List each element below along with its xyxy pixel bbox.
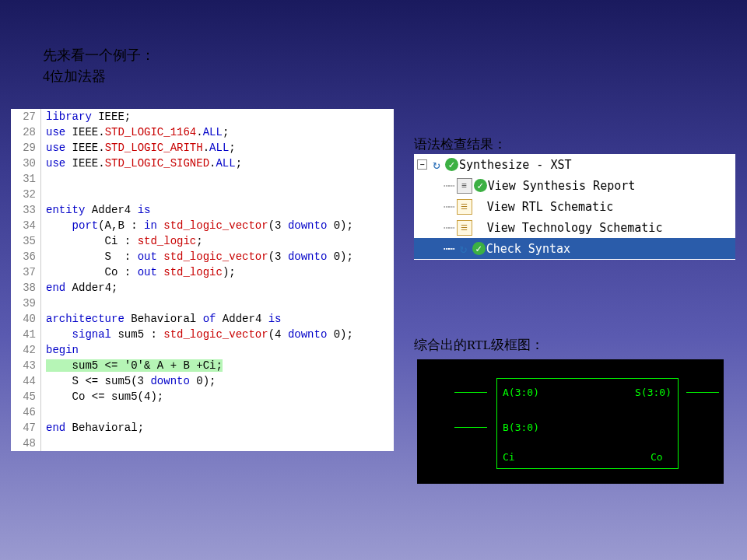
code-content: entity Adder4 is [41,202,150,218]
collapse-icon[interactable]: − [417,159,427,170]
tree-label: Check Syntax [486,242,570,256]
code-content [41,171,46,187]
line-number: 35 [11,233,41,249]
code-content: architecture Behavioral of Adder4 is [41,311,282,327]
check-icon [474,179,487,192]
process-tree[interactable]: − Synthesize - XST ⋯⋯ View Synthesis Rep… [414,154,735,260]
line-number: 33 [11,202,41,218]
line-number: 28 [11,124,41,140]
refresh-icon [430,158,444,172]
line-number: 48 [11,436,41,451]
code-content: library IEEE; [41,109,131,124]
port-co: Co [651,451,663,463]
code-line: 40architecture Behavioral of Adder4 is [11,311,394,327]
tree-item-synthesize[interactable]: − Synthesize - XST [414,154,735,175]
line-number: 39 [11,296,41,311]
code-content: use IEEE.STD_LOGIC_SIGNED.ALL; [41,156,242,171]
code-content: port(A,B : in std_logic_vector(3 downto … [41,218,353,233]
tree-label: Synthesize - XST [459,158,572,172]
rtl-schematic: A(3:0) S(3:0) B(3:0) Ci Co [417,359,724,484]
code-content [41,436,46,451]
wire [454,427,487,428]
line-number: 32 [11,187,41,202]
line-number: 27 [11,109,41,124]
code-line: 47end Behavioral; [11,420,394,436]
line-number: 30 [11,156,41,171]
code-line: 34 port(A,B : in std_logic_vector(3 down… [11,218,394,233]
heading-line1: 先来看一个例子： [43,47,155,63]
line-number: 31 [11,171,41,187]
code-content: signal sum5 : std_logic_vector(4 downto … [41,327,353,342]
line-number: 44 [11,373,41,389]
code-line: 41 signal sum5 : std_logic_vector(4 down… [11,327,394,342]
line-number: 37 [11,264,41,280]
line-number: 46 [11,404,41,420]
code-line: 28use IEEE.STD_LOGIC_1164.ALL; [11,124,394,140]
code-line: 39 [11,296,394,311]
code-line: 33entity Adder4 is [11,202,394,218]
tree-item-synthesis-report[interactable]: ⋯⋯ View Synthesis Report [414,175,735,196]
tree-item-check-syntax[interactable]: ⋯⋯ Check Syntax [414,238,735,259]
line-number: 41 [11,327,41,342]
code-line: 48 [11,436,394,451]
code-content: Co <= sum5(4); [41,389,163,404]
code-content: Ci : std_logic; [41,233,203,249]
line-number: 34 [11,218,41,233]
line-number: 45 [11,389,41,404]
code-content: begin [41,342,79,358]
check-icon [472,242,486,255]
code-content: S <= sum5(3 downto 0); [41,373,216,389]
code-line: 43 sum5 <= '0'& A + B +Ci; [11,358,394,373]
syntax-check-label: 语法检查结果： [414,135,507,153]
line-number: 47 [11,420,41,436]
code-line: 36 S : out std_logic_vector(3 downto 0); [11,249,394,264]
code-content: sum5 <= '0'& A + B +Ci; [41,358,223,373]
line-number: 43 [11,358,41,373]
code-line: 32 [11,187,394,202]
document-icon [457,178,472,194]
code-line: 37 Co : out std_logic); [11,264,394,280]
code-line: 29use IEEE.STD_LOGIC_ARITH.ALL; [11,140,394,156]
code-line: 38end Adder4; [11,280,394,296]
wire [454,392,487,393]
code-content [41,296,46,311]
heading-line2: 4位加法器 [43,68,106,84]
rtl-diagram-label: 综合出的RTL级框图： [414,336,544,354]
code-editor: 27library IEEE;28use IEEE.STD_LOGIC_1164… [11,109,394,451]
code-content: S : out std_logic_vector(3 downto 0); [41,249,353,264]
wire [686,392,719,393]
line-number: 42 [11,342,41,358]
code-line: 31 [11,171,394,187]
code-content: use IEEE.STD_LOGIC_ARITH.ALL; [41,140,236,156]
code-line: 45 Co <= sum5(4); [11,389,394,404]
code-content: end Behavioral; [41,420,144,436]
code-line: 35 Ci : std_logic; [11,233,394,249]
code-line: 46 [11,404,394,420]
code-content [41,187,46,202]
code-content: end Adder4; [41,280,117,296]
code-line: 30use IEEE.STD_LOGIC_SIGNED.ALL; [11,156,394,171]
code-content: Co : out std_logic); [41,264,236,280]
tree-item-rtl-schematic[interactable]: ⋯⋯ View RTL Schematic [414,196,735,217]
port-s: S(3:0) [635,387,672,398]
code-line: 44 S <= sum5(3 downto 0); [11,373,394,389]
tree-label: View Technology Schematic [487,221,663,235]
code-line: 27library IEEE; [11,109,394,124]
tree-label: View Synthesis Report [488,179,636,193]
line-number: 36 [11,249,41,264]
slide-heading: 先来看一个例子： 4位加法器 [43,45,155,87]
code-content: use IEEE.STD_LOGIC_1164.ALL; [41,124,229,140]
tree-label: View RTL Schematic [487,200,614,214]
line-number: 38 [11,280,41,296]
port-a: A(3:0) [503,387,539,398]
tree-item-tech-schematic[interactable]: ⋯⋯ View Technology Schematic [414,217,735,238]
schematic-icon [457,220,472,236]
line-number: 29 [11,140,41,156]
code-line: 42begin [11,342,394,358]
line-number: 40 [11,311,41,327]
port-b: B(3:0) [503,422,539,433]
code-content [41,404,46,420]
schematic-icon [457,199,472,215]
check-icon [445,158,458,171]
refresh-icon [457,242,471,256]
